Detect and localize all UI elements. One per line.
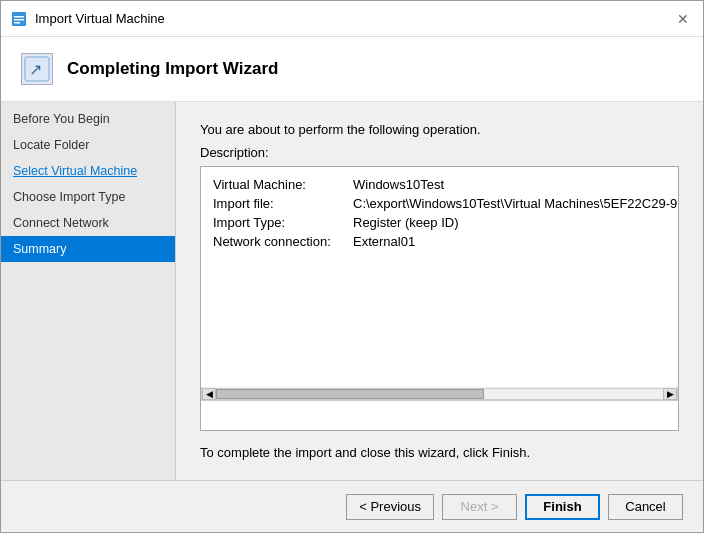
sidebar-item-locate-folder[interactable]: Locate Folder (1, 132, 175, 158)
horizontal-scrollbar[interactable]: ◀ ▶ (201, 387, 678, 401)
main-body: Before You Begin Locate Folder Select Vi… (1, 102, 703, 480)
wizard-header-icon: ↗ (21, 53, 53, 85)
scroll-right-arrow[interactable]: ▶ (663, 388, 677, 400)
sidebar-item-summary[interactable]: Summary (1, 236, 175, 262)
wizard-header-title: Completing Import Wizard (67, 59, 278, 79)
svg-rect-1 (14, 16, 24, 18)
next-button[interactable]: Next > (442, 494, 517, 520)
finish-instruction-text: To complete the import and close this wi… (200, 445, 679, 460)
desc-value: Windows10Test (349, 175, 678, 194)
description-box: Virtual Machine:Windows10TestImport file… (201, 167, 678, 387)
svg-rect-3 (14, 22, 20, 24)
finish-button[interactable]: Finish (525, 494, 600, 520)
cancel-button[interactable]: Cancel (608, 494, 683, 520)
sidebar: Before You Begin Locate Folder Select Vi… (1, 102, 176, 480)
description-table: Virtual Machine:Windows10TestImport file… (209, 175, 678, 251)
desc-value: External01 (349, 232, 678, 251)
footer: < Previous Next > Finish Cancel (1, 480, 703, 532)
sidebar-item-before-you-begin[interactable]: Before You Begin (1, 106, 175, 132)
sidebar-item-connect-network[interactable]: Connect Network (1, 210, 175, 236)
desc-value: Register (keep ID) (349, 213, 678, 232)
close-button[interactable]: ✕ (673, 9, 693, 29)
title-bar: Import Virtual Machine ✕ (1, 1, 703, 37)
desc-value: C:\export\Windows10Test\Virtual Machines… (349, 194, 678, 213)
sidebar-item-choose-import-type[interactable]: Choose Import Type (1, 184, 175, 210)
desc-label: Import Type: (209, 213, 349, 232)
scroll-left-arrow[interactable]: ◀ (202, 388, 216, 400)
svg-text:↗: ↗ (29, 61, 42, 78)
window-title: Import Virtual Machine (35, 11, 165, 26)
operation-text: You are about to perform the following o… (200, 122, 679, 137)
title-bar-left: Import Virtual Machine (11, 11, 165, 27)
svg-rect-2 (14, 19, 24, 21)
desc-label: Virtual Machine: (209, 175, 349, 194)
import-virtual-machine-window: Import Virtual Machine ✕ ↗ Completing Im… (0, 0, 704, 533)
right-panel: You are about to perform the following o… (176, 102, 703, 480)
desc-label: Network connection: (209, 232, 349, 251)
previous-button[interactable]: < Previous (346, 494, 434, 520)
description-label: Description: (200, 145, 679, 160)
window-icon (11, 11, 27, 27)
sidebar-item-select-virtual-machine[interactable]: Select Virtual Machine (1, 158, 175, 184)
wizard-header: ↗ Completing Import Wizard (1, 37, 703, 102)
desc-label: Import file: (209, 194, 349, 213)
